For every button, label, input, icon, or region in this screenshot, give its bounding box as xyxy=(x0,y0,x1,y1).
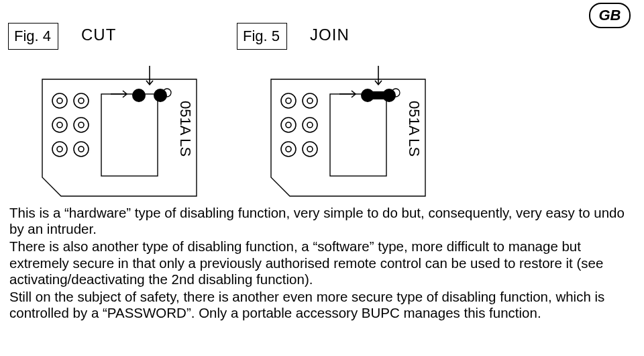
svg-point-8 xyxy=(78,122,84,128)
svg-point-6 xyxy=(57,122,62,128)
svg-point-20 xyxy=(286,98,291,103)
fig5-diagram: 051A LS xyxy=(264,64,439,208)
svg-point-30 xyxy=(307,146,313,152)
svg-point-24 xyxy=(286,122,291,128)
fig4-pcb-label: 051A LS xyxy=(177,101,194,157)
paragraph-2: There is also another type of disabling … xyxy=(9,238,625,287)
fig4-op: CUT xyxy=(81,26,210,44)
fig5-pcb-label: 051A LS xyxy=(406,101,423,157)
paragraph-3: Still on the subject of safety, there is… xyxy=(9,289,625,321)
fig5-label: Fig. 5 xyxy=(237,23,287,50)
body-text: This is a “hardware” type of disabling f… xyxy=(9,205,625,322)
fig4-diagram: 051A LS xyxy=(36,64,210,208)
figure-4: Fig. 4 CUT xyxy=(8,20,210,208)
svg-point-22 xyxy=(307,98,313,103)
svg-point-15 xyxy=(154,89,167,102)
figures-row: Fig. 4 CUT xyxy=(0,20,644,208)
svg-rect-18 xyxy=(330,94,386,176)
svg-point-12 xyxy=(78,146,84,152)
svg-rect-0 xyxy=(101,94,158,176)
figure-5: Fig. 5 JOIN xyxy=(237,20,439,208)
svg-point-28 xyxy=(286,146,291,152)
svg-point-14 xyxy=(132,89,146,102)
paragraph-1: This is a “hardware” type of disabling f… xyxy=(9,205,625,237)
svg-rect-34 xyxy=(368,91,389,99)
fig4-label: Fig. 4 xyxy=(8,23,58,50)
svg-point-2 xyxy=(57,98,62,103)
svg-point-4 xyxy=(78,98,84,103)
svg-point-10 xyxy=(57,146,62,152)
fig5-op: JOIN xyxy=(310,26,439,44)
svg-point-26 xyxy=(307,122,313,128)
